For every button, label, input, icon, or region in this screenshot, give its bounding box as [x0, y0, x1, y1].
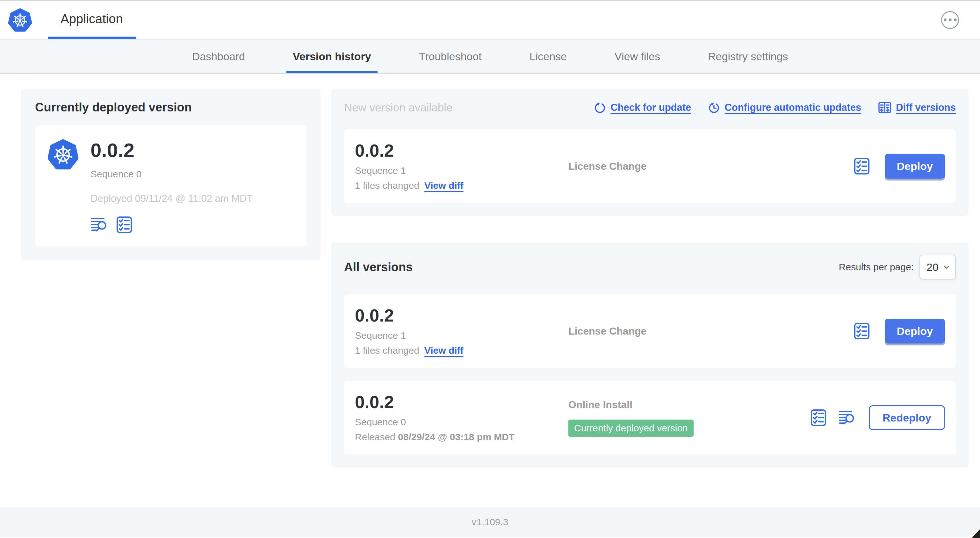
app-name: Application	[60, 12, 123, 26]
new-version-title: New version available	[344, 101, 452, 114]
version-row-sequence-1: 0.0.2 Sequence 1 1 files changed View di…	[344, 294, 956, 368]
currently-deployed-panel: Currently deployed version	[21, 89, 320, 260]
checklist-icon[interactable]	[115, 216, 133, 234]
version-source: License Change	[568, 325, 853, 337]
current-version-number: 0.0.2	[91, 139, 253, 161]
current-version-card: 0.0.2 Sequence 0 Deployed 09/11/24 @ 11:…	[35, 125, 307, 246]
auto-update-icon	[708, 101, 720, 114]
ellipsis-icon	[944, 19, 947, 21]
version-sequence: Sequence 0	[355, 417, 546, 427]
app-footer: v1.109.3	[0, 507, 980, 537]
checklist-icon[interactable]	[853, 322, 871, 340]
currently-deployed-title: Currently deployed version	[35, 101, 307, 114]
checklist-icon[interactable]	[810, 409, 827, 427]
main-content: Currently deployed version	[0, 74, 980, 507]
version-source: Online Install	[568, 399, 810, 411]
all-versions-title: All versions	[344, 260, 412, 274]
app-nav: Dashboard Version history Troubleshoot L…	[0, 40, 980, 74]
version-number: 0.0.2	[355, 306, 546, 325]
deploy-button[interactable]: Deploy	[885, 319, 945, 343]
currently-deployed-badge: Currently deployed version	[568, 420, 694, 437]
diff-icon	[878, 101, 892, 114]
version-sequence: Sequence 1	[355, 165, 546, 176]
logs-icon[interactable]	[838, 409, 856, 427]
diff-versions-link[interactable]: Diff versions	[878, 101, 956, 114]
kubernetes-logo-icon	[8, 8, 32, 32]
results-per-page-label: Results per page:	[839, 262, 914, 273]
tab-troubleshoot[interactable]: Troubleshoot	[412, 40, 488, 73]
overflow-menu-button[interactable]	[941, 11, 959, 29]
configure-automatic-updates-link[interactable]: Configure automatic updates	[708, 101, 861, 114]
all-versions-section: All versions Results per page: 20	[331, 243, 969, 467]
version-source: License Change	[568, 160, 853, 172]
kubernetes-app-icon	[48, 139, 78, 170]
tab-registry-settings[interactable]: Registry settings	[702, 40, 794, 73]
check-for-update-link[interactable]: Check for update	[593, 101, 691, 114]
results-per-page-select[interactable]: 20	[920, 255, 956, 279]
app-tab-application[interactable]: Application	[48, 1, 136, 39]
current-version-sequence: Sequence 0	[91, 169, 253, 179]
version-number: 0.0.2	[355, 393, 546, 412]
current-version-deployed-date: Deployed 09/11/24 @ 11:02 am MDT	[91, 193, 253, 205]
files-changed: 1 files changed	[355, 180, 419, 191]
tab-version-history[interactable]: Version history	[286, 40, 377, 73]
tab-view-files[interactable]: View files	[608, 40, 667, 73]
app-header: Application	[0, 0, 980, 40]
new-version-row: 0.0.2 Sequence 1 1 files changed View di…	[344, 129, 956, 203]
tab-license[interactable]: License	[523, 40, 573, 73]
redeploy-button[interactable]: Redeploy	[869, 405, 945, 430]
update-icon	[593, 101, 606, 114]
released-date: Released 08/29/24 @ 03:18 pm MDT	[355, 432, 514, 443]
chevron-down-icon	[942, 263, 951, 271]
checklist-icon[interactable]	[853, 157, 871, 175]
version-sequence: Sequence 1	[355, 330, 546, 341]
deploy-button[interactable]: Deploy	[885, 154, 945, 179]
new-version-section: New version available Check for update	[331, 89, 969, 216]
view-diff-link[interactable]: View diff	[424, 345, 463, 356]
logs-icon[interactable]	[91, 216, 108, 234]
console-version: v1.109.3	[471, 517, 508, 527]
results-per-page-value: 20	[926, 261, 939, 273]
version-number: 0.0.2	[355, 141, 546, 160]
version-row-sequence-0: 0.0.2 Sequence 0 Released 08/29/24 @ 03:…	[344, 381, 956, 455]
view-diff-link[interactable]: View diff	[424, 180, 463, 191]
files-changed: 1 files changed	[355, 345, 419, 356]
tab-dashboard[interactable]: Dashboard	[186, 40, 251, 73]
